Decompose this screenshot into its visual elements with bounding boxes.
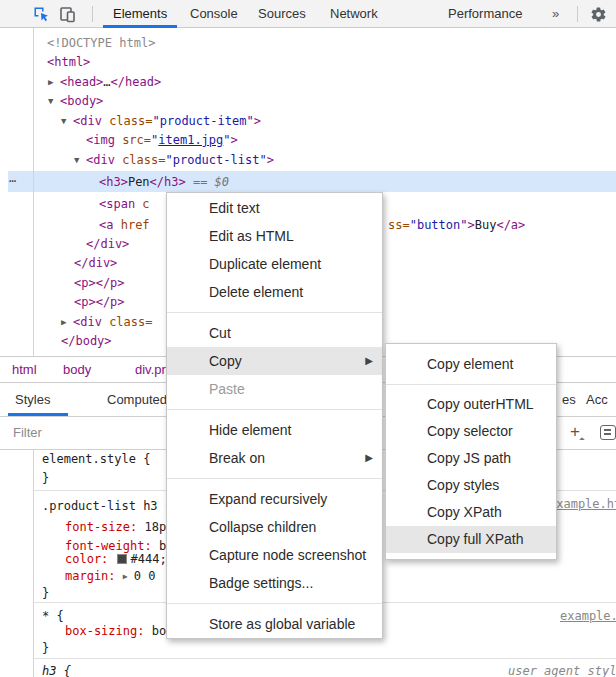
tree-row[interactable]: </body> xyxy=(61,332,112,350)
tree-row[interactable]: <html> xyxy=(47,53,90,71)
code-token-sel: .product-list h3 { xyxy=(42,499,172,513)
context-menu-item-capture-node-screenshot[interactable]: Capture node screenshot xyxy=(167,541,382,569)
code-token-cssval: } xyxy=(42,586,49,600)
tab-computed[interactable]: Computed xyxy=(107,383,167,416)
css-line[interactable]: margin: ▶0 0 xyxy=(65,567,156,585)
css-line[interactable]: .product-list h3 { xyxy=(42,497,172,515)
stylesheet-source-link[interactable]: example.html xyxy=(560,607,616,625)
context-menu-item-duplicate-element[interactable]: Duplicate element xyxy=(167,250,382,278)
context-menu-item-delete-element[interactable]: Delete element xyxy=(167,278,382,306)
context-menu-item-label: Break on xyxy=(209,450,265,466)
devtools-window: » ElementsConsoleSourcesNetworkPerforman… xyxy=(0,0,616,677)
context-menu-item-edit-text[interactable]: Edit text xyxy=(167,194,382,222)
context-menu-item-label: Cut xyxy=(209,325,231,341)
copy-submenu-item-copy-selector[interactable]: Copy selector xyxy=(386,418,556,445)
tree-row[interactable]: ▶<div class= xyxy=(61,313,152,331)
code-token-cssval: #444; xyxy=(131,552,167,566)
copy-submenu-item-copy-xpath[interactable]: Copy XPath xyxy=(386,499,556,526)
copy-submenu-item-copy-full-xpath[interactable]: Copy full XPath xyxy=(386,526,556,553)
context-menu-item-paste: Paste xyxy=(167,375,382,403)
tree-row[interactable]: <p></p> xyxy=(74,293,125,311)
toolbar-separator xyxy=(92,6,93,22)
tab-console[interactable]: Console xyxy=(190,0,238,28)
context-menu-item-badge-settings-[interactable]: Badge settings... xyxy=(167,569,382,597)
tree-row[interactable]: ▼<div class="product-list"> xyxy=(74,151,274,169)
tree-row[interactable]: <h3>Pen</h3> == $0 xyxy=(99,173,229,191)
copy-submenu-item-copy-styles[interactable]: Copy styles xyxy=(386,472,556,499)
tab-styles[interactable]: Styles xyxy=(15,383,50,416)
context-menu-item-edit-as-html[interactable]: Edit as HTML xyxy=(167,222,382,250)
code-token-link: item1.jpg xyxy=(158,133,223,147)
context-menu-separator xyxy=(167,409,382,410)
tree-row[interactable]: <!DOCTYPE html> xyxy=(47,34,155,52)
styles-filter-input[interactable]: Filter xyxy=(13,417,42,449)
copy-submenu-item-label: Copy styles xyxy=(427,477,499,493)
copy-submenu-item-copy-element[interactable]: Copy element xyxy=(386,351,556,378)
inspect-icon[interactable] xyxy=(33,6,50,23)
context-menu-item-label: Duplicate element xyxy=(209,256,321,272)
tree-row[interactable]: <img src="item1.jpg"> xyxy=(86,131,238,149)
tree-row[interactable]: ▼<div class="product-item"> xyxy=(61,112,261,130)
code-token-arrow: ▼ xyxy=(61,112,73,130)
code-token-tag: <span xyxy=(99,197,135,211)
context-menu-item-collapse-children[interactable]: Collapse children xyxy=(167,513,382,541)
css-line[interactable]: } xyxy=(42,639,49,657)
tree-row[interactable]: </div> xyxy=(86,235,129,253)
tab-performance[interactable]: Performance xyxy=(448,0,522,28)
tab-sources[interactable]: Sources xyxy=(258,0,306,28)
toggle-element-state-icon[interactable] xyxy=(600,425,616,440)
code-token-tag: > xyxy=(231,133,238,147)
context-menu-item-hide-element[interactable]: Hide element xyxy=(167,416,382,444)
tab-fragment[interactable]: Acc xyxy=(586,383,608,416)
context-menu-item-store-as-global-variable[interactable]: Store as global variable xyxy=(167,610,382,638)
device-toolbar-icon[interactable] xyxy=(59,6,76,23)
copy-submenu-item-label: Copy element xyxy=(427,356,513,372)
tab-network[interactable]: Network xyxy=(330,0,378,28)
more-tabs-icon[interactable]: » xyxy=(552,6,559,21)
node-options-dots-icon[interactable]: ⋯ xyxy=(9,173,31,191)
toolbar-separator-2 xyxy=(577,6,578,22)
tree-row[interactable]: ▼<body> xyxy=(48,92,103,110)
context-menu-item-label: Hide element xyxy=(209,422,292,438)
copy-submenu-item-label: Copy XPath xyxy=(427,504,502,520)
context-menu-item-break-on[interactable]: Break on▶ xyxy=(167,444,382,472)
copy-submenu-separator xyxy=(386,384,556,385)
user-agent-stylesheet-note: user agent stylesheet xyxy=(508,662,616,677)
css-line[interactable]: * { xyxy=(42,607,64,625)
css-line[interactable]: h3 { xyxy=(42,662,71,677)
css-line[interactable]: } xyxy=(42,469,49,487)
breadcrumb-item-html[interactable]: html xyxy=(12,357,37,383)
code-token-sel: element.style xyxy=(42,452,136,466)
context-menu-item-copy[interactable]: Copy▶ xyxy=(167,347,382,375)
css-line[interactable]: font-size: 18px; xyxy=(65,518,181,536)
css-line[interactable]: color: #444; xyxy=(65,550,167,568)
copy-submenu-item-copy-outerhtml[interactable]: Copy outerHTML xyxy=(386,391,556,418)
tree-row[interactable]: <span c xyxy=(99,195,150,213)
tree-row[interactable]: ▶<head>…</head> xyxy=(48,73,161,91)
code-token-attr: src= xyxy=(115,133,151,147)
context-menu-item-cut[interactable]: Cut xyxy=(167,319,382,347)
settings-gear-icon[interactable] xyxy=(590,6,607,23)
code-token-arrow: ▶ xyxy=(48,73,60,91)
code-token-attr: class= xyxy=(102,315,153,329)
breadcrumb-item-body[interactable]: body xyxy=(63,357,91,383)
tree-row[interactable]: <a href xyxy=(99,216,150,234)
code-token-cssval: } xyxy=(42,471,49,485)
copy-submenu: Copy elementCopy outerHTMLCopy selectorC… xyxy=(385,343,557,560)
tab-elements[interactable]: Elements xyxy=(113,0,167,28)
tree-row[interactable]: <p></p> xyxy=(74,274,125,292)
code-token-tag: <div xyxy=(73,114,102,128)
context-menu-item-expand-recursively[interactable]: Expand recursively xyxy=(167,485,382,513)
copy-submenu-item-label: Copy selector xyxy=(427,423,513,439)
stylesheet-source-link[interactable]: example.html xyxy=(549,495,616,513)
css-line[interactable]: } xyxy=(42,584,49,602)
context-menu-item-label: Badge settings... xyxy=(209,575,313,591)
copy-submenu-item-label: Copy full XPath xyxy=(427,531,524,547)
code-token-tag: <p></p> xyxy=(74,295,125,309)
css-line[interactable]: element.style { xyxy=(42,450,150,468)
copy-submenu-item-copy-js-path[interactable]: Copy JS path xyxy=(386,445,556,472)
context-menu-item-label: Delete element xyxy=(209,284,303,300)
tree-row[interactable]: </div> xyxy=(74,254,117,272)
tab-fragment[interactable]: es xyxy=(562,383,576,416)
context-menu-item-label: Capture node screenshot xyxy=(209,547,366,563)
